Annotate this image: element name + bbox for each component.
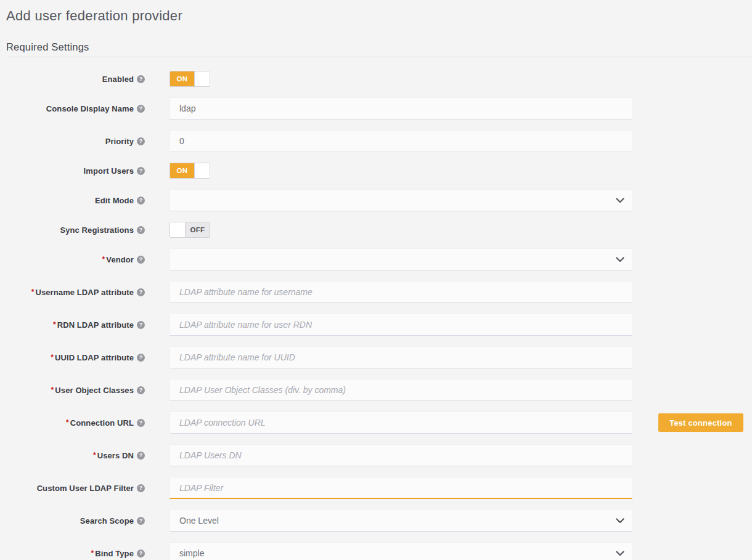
field-label-cell: Sync Registrations? — [6, 225, 145, 235]
field-control-cell: OFF — [170, 222, 632, 238]
chevron-down-icon — [616, 198, 624, 203]
field-control-cell — [170, 346, 632, 368]
rdn-ldap-attribute-input[interactable] — [170, 314, 632, 336]
edit-mode-select[interactable] — [170, 189, 632, 211]
search-scope-select[interactable]: One Level — [170, 509, 632, 532]
required-asterisk: * — [102, 255, 105, 264]
field-label-cell: Edit Mode? — [6, 196, 145, 205]
field-control-cell — [170, 97, 632, 120]
help-icon[interactable]: ? — [137, 386, 145, 394]
uuid-ldap-attribute-input[interactable] — [170, 346, 632, 368]
field-control-cell: Test connection — [170, 412, 632, 434]
field-control-cell: simple — [170, 542, 632, 560]
uuid-ldap-attribute-label: *UUID LDAP attribute — [51, 353, 134, 362]
chevron-down-icon — [616, 518, 624, 524]
help-icon[interactable]: ? — [137, 419, 145, 427]
field-control-cell — [170, 477, 632, 499]
help-icon[interactable]: ? — [137, 167, 145, 175]
field-control-cell — [170, 314, 632, 336]
priority-input[interactable] — [170, 130, 632, 152]
field-row-console-display-name: Console Display Name? — [6, 97, 746, 120]
username-ldap-attribute-label: *Username LDAP attribute — [31, 288, 134, 297]
field-label-cell: Import Users? — [6, 166, 145, 176]
bind-type-selected-value: simple — [179, 548, 204, 558]
custom-user-ldap-filter-label: Custom User LDAP Filter — [37, 484, 134, 493]
users-dn-input[interactable] — [170, 444, 632, 466]
field-row-custom-user-ldap-filter: Custom User LDAP Filter? — [6, 477, 746, 499]
help-icon[interactable]: ? — [137, 550, 145, 558]
connection-url-label: *Connection URL — [66, 418, 134, 428]
add-user-federation-page: Add user federation provider Required Se… — [0, 0, 752, 560]
required-asterisk: * — [51, 353, 54, 362]
field-label-cell: Priority? — [6, 137, 145, 146]
field-label-cell: *UUID LDAP attribute? — [6, 353, 145, 362]
test-connection-button[interactable]: Test connection — [658, 413, 743, 432]
help-icon[interactable]: ? — [137, 452, 145, 460]
bind-type-select[interactable]: simple — [170, 542, 632, 560]
field-row-sync-registrations: Sync Registrations?OFF — [6, 222, 746, 238]
required-asterisk: * — [66, 418, 69, 427]
field-label-cell: Enabled? — [6, 75, 145, 84]
field-row-user-object-classes: *User Object Classes? — [6, 379, 746, 401]
toggle-knob — [170, 222, 186, 237]
field-row-priority: Priority? — [6, 130, 746, 152]
chevron-down-icon — [616, 257, 624, 262]
rdn-ldap-attribute-label: *RDN LDAP attribute — [53, 320, 134, 330]
field-label-cell: *RDN LDAP attribute? — [6, 320, 145, 330]
section-divider — [6, 57, 752, 57]
field-control-cell: ON — [170, 163, 632, 179]
help-icon[interactable]: ? — [137, 288, 145, 296]
help-icon[interactable]: ? — [137, 105, 145, 113]
help-icon[interactable]: ? — [137, 137, 145, 145]
sync-registrations-toggle[interactable]: OFF — [170, 222, 210, 238]
help-icon[interactable]: ? — [137, 226, 145, 234]
edit-mode-label: Edit Mode — [95, 196, 134, 205]
vendor-select[interactable] — [170, 248, 632, 270]
field-row-enabled: Enabled?ON — [6, 71, 746, 87]
help-icon[interactable]: ? — [137, 321, 145, 329]
console-display-name-label: Console Display Name — [46, 104, 134, 113]
field-label-cell: *User Object Classes? — [6, 386, 145, 395]
field-label-cell: *Vendor? — [6, 255, 145, 264]
toggle-state-label: OFF — [186, 222, 210, 237]
help-icon[interactable]: ? — [137, 354, 145, 362]
field-label-cell: Search Scope? — [6, 516, 145, 526]
user-object-classes-input[interactable] — [170, 379, 632, 401]
toggle-state-label: ON — [170, 163, 194, 178]
help-icon[interactable]: ? — [137, 197, 145, 205]
field-label-cell: *Username LDAP attribute? — [6, 288, 145, 297]
field-row-connection-url: *Connection URL?Test connection — [6, 412, 746, 434]
sync-registrations-label: Sync Registrations — [60, 225, 134, 235]
field-label-cell: Custom User LDAP Filter? — [6, 484, 145, 493]
field-row-edit-mode: Edit Mode? — [6, 189, 746, 211]
connection-url-input[interactable] — [170, 412, 632, 434]
username-ldap-attribute-input[interactable] — [170, 281, 632, 303]
field-control-cell: One Level — [170, 509, 632, 532]
toggle-state-label: ON — [170, 71, 194, 86]
toggle-knob — [194, 71, 210, 86]
toggle-knob — [194, 163, 210, 178]
help-icon[interactable]: ? — [137, 75, 145, 83]
field-label-cell: *Users DN? — [6, 451, 145, 460]
field-control-cell — [170, 130, 632, 152]
console-display-name-input[interactable] — [170, 97, 632, 120]
enabled-toggle[interactable]: ON — [170, 71, 210, 87]
search-scope-selected-value: One Level — [179, 516, 219, 526]
help-icon[interactable]: ? — [137, 256, 145, 264]
help-icon[interactable]: ? — [137, 484, 145, 492]
custom-user-ldap-filter-input[interactable] — [170, 477, 632, 499]
field-control-cell — [170, 248, 632, 270]
field-control-cell — [170, 379, 632, 401]
priority-label: Priority — [105, 137, 134, 146]
field-row-users-dn: *Users DN? — [6, 444, 746, 466]
vendor-label: *Vendor — [102, 255, 134, 264]
required-asterisk: * — [51, 386, 54, 394]
field-control-cell: ON — [170, 71, 632, 87]
field-control-cell — [170, 281, 632, 303]
field-label-cell: *Connection URL? — [6, 418, 145, 428]
help-icon[interactable]: ? — [137, 517, 145, 525]
import-users-label: Import Users — [84, 166, 134, 176]
import-users-toggle[interactable]: ON — [170, 163, 210, 179]
enabled-label: Enabled — [102, 75, 134, 84]
page-title: Add user federation provider — [6, 7, 746, 25]
